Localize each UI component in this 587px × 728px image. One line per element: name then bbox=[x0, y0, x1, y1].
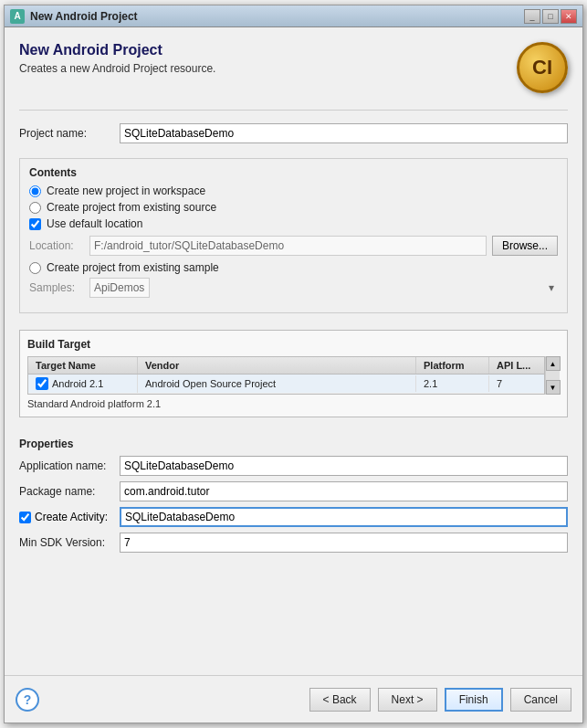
checkbox-default-location[interactable] bbox=[29, 218, 41, 230]
project-name-label: Project name: bbox=[19, 127, 120, 140]
build-target-table: Target Name Vendor Platform API L... And… bbox=[27, 356, 545, 395]
scrollbar-up[interactable]: ▲ bbox=[546, 356, 561, 371]
location-label: Location: bbox=[29, 239, 84, 252]
scrollbar-down[interactable]: ▼ bbox=[546, 380, 561, 395]
row-checkbox[interactable] bbox=[36, 377, 48, 390]
build-target-table-wrapper: Target Name Vendor Platform API L... And… bbox=[27, 356, 560, 395]
build-target-group: Build Target Target Name Vendor Platform… bbox=[19, 330, 568, 417]
radio-new-project-label: Create new project in workspace bbox=[47, 185, 205, 197]
help-button[interactable]: ? bbox=[16, 688, 39, 712]
browse-button[interactable]: Browse... bbox=[492, 236, 558, 256]
close-button[interactable]: ✕ bbox=[561, 9, 577, 24]
activity-label-wrapper: Create Activity: bbox=[19, 511, 120, 523]
build-target-label: Build Target bbox=[27, 338, 560, 351]
col-target-name: Target Name bbox=[28, 357, 138, 374]
cell-platform: 2.1 bbox=[416, 375, 489, 392]
finish-button[interactable]: Finish bbox=[445, 688, 503, 712]
contents-label: Contents bbox=[29, 166, 558, 179]
min-sdk-input[interactable] bbox=[120, 533, 568, 553]
samples-row: Samples: ApiDemos bbox=[29, 278, 558, 298]
minimize-button[interactable]: _ bbox=[524, 9, 540, 24]
page-subtitle: Creates a new Android Project resource. bbox=[19, 62, 215, 75]
bottom-bar: ? < Back Next > Finish Cancel bbox=[5, 675, 582, 723]
create-activity-input[interactable] bbox=[120, 507, 568, 527]
title-bar-buttons: _ □ ✕ bbox=[524, 9, 577, 24]
radio-new-project[interactable] bbox=[29, 185, 41, 197]
app-name-input[interactable] bbox=[120, 456, 568, 476]
samples-wrapper: ApiDemos bbox=[89, 278, 558, 298]
radio-existing-sample-label: Create project from existing sample bbox=[47, 261, 219, 274]
project-name-row: Project name: bbox=[19, 123, 568, 143]
col-api: API L... bbox=[489, 357, 544, 374]
platform-note: Standard Android platform 2.1 bbox=[27, 398, 560, 409]
samples-label: Samples: bbox=[29, 281, 84, 294]
contents-group: Contents Create new project in workspace… bbox=[19, 158, 568, 313]
min-sdk-label: Min SDK Version: bbox=[19, 536, 120, 549]
table-scrollbar[interactable]: ▲ ▼ bbox=[545, 356, 560, 395]
window-icon: A bbox=[10, 9, 25, 24]
radio-existing-source[interactable] bbox=[29, 202, 41, 214]
col-platform: Platform bbox=[416, 357, 489, 374]
back-button[interactable]: < Back bbox=[309, 688, 371, 712]
content-area: New Android Project Creates a new Androi… bbox=[5, 27, 582, 675]
radio-row-existing-sample: Create project from existing sample bbox=[29, 261, 558, 274]
next-button[interactable]: Next > bbox=[378, 688, 437, 712]
maximize-button[interactable]: □ bbox=[542, 9, 559, 24]
min-sdk-row: Min SDK Version: bbox=[19, 533, 568, 553]
main-window: A New Android Project _ □ ✕ New Android … bbox=[4, 5, 583, 723]
cell-target-name-text: Android 2.1 bbox=[52, 378, 103, 389]
app-name-label: Application name: bbox=[19, 459, 120, 472]
header-section: New Android Project Creates a new Androi… bbox=[19, 42, 568, 93]
header-logo: CI bbox=[517, 42, 568, 93]
cell-vendor: Android Open Source Project bbox=[138, 375, 416, 392]
checkbox-default-location-label: Use default location bbox=[47, 217, 142, 230]
location-row: Location: Browse... bbox=[29, 236, 558, 256]
package-name-input[interactable] bbox=[120, 481, 568, 501]
header-divider bbox=[19, 110, 568, 111]
create-activity-label: Create Activity: bbox=[35, 511, 108, 523]
project-name-input[interactable] bbox=[120, 123, 568, 143]
radio-existing-sample[interactable] bbox=[29, 262, 41, 274]
col-vendor: Vendor bbox=[138, 357, 416, 374]
table-container: Target Name Vendor Platform API L... And… bbox=[27, 356, 545, 395]
title-bar: A New Android Project _ □ ✕ bbox=[5, 5, 582, 27]
table-header: Target Name Vendor Platform API L... bbox=[28, 357, 544, 375]
create-activity-row: Create Activity: bbox=[19, 507, 568, 527]
properties-section: Properties Application name: Package nam… bbox=[19, 438, 568, 558]
samples-select[interactable]: ApiDemos bbox=[89, 278, 150, 298]
radio-row-new-project: Create new project in workspace bbox=[29, 185, 558, 197]
create-activity-checkbox[interactable] bbox=[19, 512, 31, 523]
package-name-row: Package name: bbox=[19, 481, 568, 501]
header-text: New Android Project Creates a new Androi… bbox=[19, 42, 215, 75]
location-input[interactable] bbox=[89, 236, 487, 256]
table-row[interactable]: Android 2.1 Android Open Source Project … bbox=[28, 375, 544, 394]
package-name-label: Package name: bbox=[19, 485, 120, 498]
radio-existing-source-label: Create project from existing source bbox=[47, 201, 216, 214]
cancel-button[interactable]: Cancel bbox=[510, 688, 571, 712]
app-name-row: Application name: bbox=[19, 456, 568, 476]
cell-target-name: Android 2.1 bbox=[28, 375, 138, 393]
radio-row-existing-source: Create project from existing source bbox=[29, 201, 558, 214]
title-bar-text: New Android Project bbox=[30, 10, 524, 23]
cell-api: 7 bbox=[489, 375, 544, 392]
checkbox-row-default-location: Use default location bbox=[29, 217, 558, 230]
properties-label: Properties bbox=[19, 438, 568, 450]
page-title: New Android Project bbox=[19, 42, 215, 58]
